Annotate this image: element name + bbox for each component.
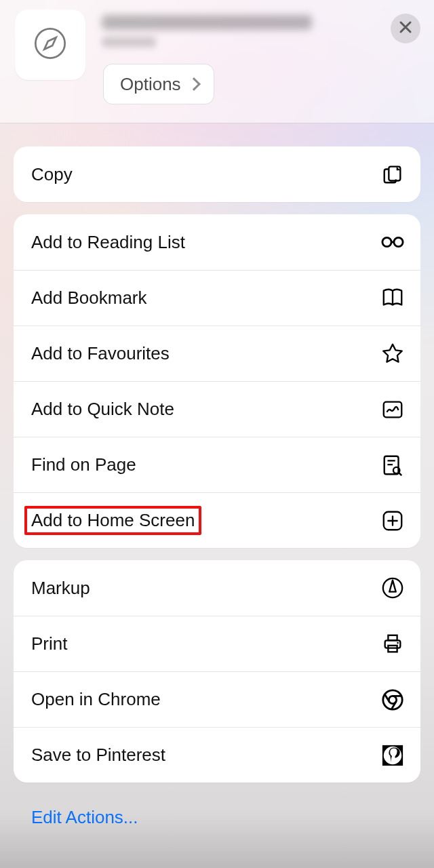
action-label: Add to Favourites (31, 343, 170, 364)
action-quick-note[interactable]: Add to Quick Note (14, 381, 420, 437)
action-home-screen[interactable]: Add to Home Screen (14, 492, 420, 548)
action-label: Add to Home Screen (31, 510, 195, 530)
action-label: Add Bookmark (31, 288, 147, 309)
pinterest-icon (381, 744, 404, 767)
options-button[interactable]: Options (103, 64, 214, 104)
options-label: Options (120, 74, 181, 95)
close-button[interactable] (391, 14, 420, 43)
svg-point-0 (35, 28, 64, 58)
tutorial-highlight: Add to Home Screen (24, 506, 201, 535)
action-open-chrome[interactable]: Open in Chrome (14, 671, 420, 727)
printer-icon (381, 633, 404, 656)
close-icon (399, 20, 412, 37)
share-sheet-header: Options (0, 0, 434, 123)
chrome-icon (381, 688, 404, 711)
action-save-pinterest[interactable]: Save to Pinterest (14, 727, 420, 783)
source-app-icon (15, 9, 85, 80)
plus-square-icon (381, 509, 404, 532)
safari-icon (33, 26, 68, 64)
action-reading-list[interactable]: Add to Reading List (14, 214, 420, 270)
star-icon (381, 342, 404, 366)
markup-icon (381, 576, 404, 599)
action-label: Add to Quick Note (31, 399, 174, 420)
chevron-right-icon (187, 77, 201, 91)
find-icon (381, 454, 404, 477)
action-label: Print (31, 633, 67, 654)
action-group: MarkupPrintOpen in ChromeSave to Pintere… (14, 560, 420, 783)
quicknote-icon (381, 398, 404, 421)
glasses-icon (381, 231, 404, 254)
action-markup[interactable]: Markup (14, 560, 420, 616)
action-label: Markup (31, 578, 90, 599)
action-favourites[interactable]: Add to Favourites (14, 326, 420, 381)
action-bookmark[interactable]: Add Bookmark (14, 270, 420, 326)
action-label: Copy (31, 164, 73, 185)
shared-item-title (102, 15, 373, 47)
action-group: Add to Reading ListAdd BookmarkAdd to Fa… (14, 214, 420, 548)
book-icon (381, 287, 404, 310)
action-label: Add to Reading List (31, 232, 185, 253)
action-find-on-page[interactable]: Find on Page (14, 437, 420, 492)
action-label: Open in Chrome (31, 689, 161, 710)
action-label: Save to Pinterest (31, 745, 165, 766)
action-label: Find on Page (31, 454, 136, 475)
action-group: Copy (14, 146, 420, 202)
copy-icon (381, 163, 404, 186)
action-print[interactable]: Print (14, 616, 420, 671)
action-copy[interactable]: Copy (14, 146, 420, 202)
